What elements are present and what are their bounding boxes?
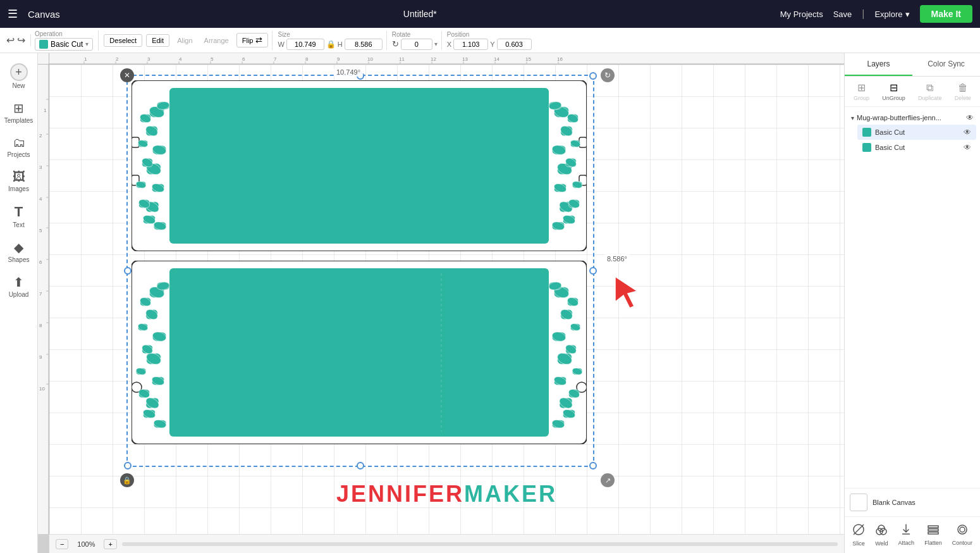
dimension-label-height: 8.586° xyxy=(604,254,630,263)
sidebar-images-label: Images xyxy=(8,185,29,192)
duplicate-label: Duplicate xyxy=(918,95,942,101)
mug-wrap-top[interactable] xyxy=(132,80,587,251)
contour-label: Contour xyxy=(952,540,972,546)
ungroup-button[interactable]: ⊟ UnGroup xyxy=(878,80,909,103)
operation-chevron-icon: ▾ xyxy=(85,40,89,47)
delete-button[interactable]: 🗑 Delete xyxy=(951,81,975,103)
layer-group-header[interactable]: ▾ Mug-wrap-butterflies-jenn... 👁 xyxy=(848,111,976,125)
sidebar-item-upload[interactable]: ⬆ Upload xyxy=(3,270,35,303)
sidebar-templates-label: Templates xyxy=(4,117,34,124)
svg-text:1: 1 xyxy=(44,108,47,113)
svg-text:3: 3 xyxy=(147,56,150,62)
weld-button[interactable]: Weld xyxy=(873,522,890,548)
size-h-input[interactable] xyxy=(345,39,383,50)
position-x-label: X xyxy=(447,40,451,48)
position-y-input[interactable] xyxy=(497,39,532,50)
contour-button[interactable]: Contour xyxy=(950,522,975,548)
flip-button[interactable]: Flip ⇄ xyxy=(236,33,269,47)
sidebar-item-projects[interactable]: 🗂 Projects xyxy=(3,130,35,163)
size-h-label: H xyxy=(338,40,343,48)
selection-lock-button[interactable]: 🔒 xyxy=(120,473,134,487)
group-icon: ⊞ xyxy=(857,82,866,94)
blank-canvas-swatch[interactable] xyxy=(850,494,867,511)
attach-icon xyxy=(900,523,912,538)
rotate-icon: ↻ xyxy=(392,39,399,49)
size-w-label: W xyxy=(278,40,284,48)
flatten-button[interactable]: Flatten xyxy=(922,522,945,548)
selection-scale-button[interactable]: ↗ xyxy=(601,473,615,487)
mug-wrap-bottom[interactable] xyxy=(132,261,587,444)
tab-layers[interactable]: Layers xyxy=(845,53,912,76)
images-icon: 🖼 xyxy=(13,170,25,184)
selection-rotate-button[interactable]: ↻ xyxy=(601,68,615,82)
projects-icon: 🗂 xyxy=(13,135,25,150)
weld-icon xyxy=(875,523,888,539)
rotate-input[interactable] xyxy=(401,39,432,50)
attach-button[interactable]: Attach xyxy=(896,522,917,548)
operation-label: Operation xyxy=(35,30,93,37)
svg-text:3: 3 xyxy=(39,165,42,170)
svg-text:8: 8 xyxy=(39,323,42,328)
slice-button[interactable]: Slice xyxy=(850,522,867,548)
hamburger-icon[interactable]: ☰ xyxy=(8,7,18,21)
layer-item-2[interactable]: Basic Cut 👁 xyxy=(857,140,976,155)
arrange-button[interactable]: Arrange xyxy=(200,35,233,46)
sidebar-item-templates[interactable]: ⊞ Templates xyxy=(3,96,35,129)
svg-text:4: 4 xyxy=(179,56,182,62)
rotate-label: Rotate xyxy=(392,31,438,38)
layer-group: ▾ Mug-wrap-butterflies-jenn... 👁 Basic C… xyxy=(848,111,976,155)
layer-item-1[interactable]: Basic Cut 👁 xyxy=(857,125,976,140)
edit-button[interactable]: Edit xyxy=(146,34,169,47)
zoom-value: 100% xyxy=(73,540,99,548)
operation-color-swatch xyxy=(39,40,48,49)
deselect-button[interactable]: Deselect xyxy=(104,34,142,47)
position-x-input[interactable] xyxy=(453,39,488,50)
svg-text:11: 11 xyxy=(399,56,405,62)
zoom-in-button[interactable]: + xyxy=(104,539,116,549)
selection-close-button[interactable]: ✕ xyxy=(120,68,134,82)
sidebar-item-images[interactable]: 🖼 Images xyxy=(3,165,35,197)
operation-selector[interactable]: Basic Cut ▾ xyxy=(35,38,93,51)
layer-group-expand-icon: ▾ xyxy=(851,115,854,121)
sidebar-item-new[interactable]: + New xyxy=(3,58,35,94)
explore-button[interactable]: Explore ▾ xyxy=(874,9,909,19)
sidebar-projects-label: Projects xyxy=(7,151,30,158)
group-label: Group xyxy=(854,95,869,101)
svg-point-187 xyxy=(958,525,967,534)
layer-1-name: Basic Cut xyxy=(875,128,960,136)
undo-button[interactable]: ↩ xyxy=(6,34,15,46)
tab-color-sync[interactable]: Color Sync xyxy=(912,53,980,76)
svg-point-188 xyxy=(960,527,965,532)
sidebar-new-label: New xyxy=(12,82,25,89)
size-w-input[interactable] xyxy=(286,39,324,50)
my-projects-button[interactable]: My Projects xyxy=(780,9,823,19)
layer-2-visibility-button[interactable]: 👁 xyxy=(964,143,971,152)
zoom-out-button[interactable]: − xyxy=(56,539,68,549)
layer-group-visibility-button[interactable]: 👁 xyxy=(966,113,974,122)
svg-rect-186 xyxy=(928,532,938,534)
group-button[interactable]: ⊞ Group xyxy=(850,80,873,103)
templates-icon: ⊞ xyxy=(13,101,24,116)
position-label: Position xyxy=(447,31,532,38)
flatten-icon xyxy=(927,523,940,538)
align-button[interactable]: Align xyxy=(173,35,196,46)
svg-rect-184 xyxy=(928,526,938,528)
sidebar-shapes-label: Shapes xyxy=(8,256,30,263)
redo-button[interactable]: ↪ xyxy=(17,34,25,46)
delete-label: Delete xyxy=(955,95,971,101)
app-title: Canvas xyxy=(28,9,60,20)
save-button[interactable]: Save xyxy=(833,9,852,19)
contour-icon xyxy=(956,523,969,538)
scroll-bar[interactable] xyxy=(122,542,838,546)
layer-1-visibility-button[interactable]: 👁 xyxy=(964,128,971,137)
size-lock-icon[interactable]: 🔒 xyxy=(326,40,336,49)
sidebar-item-text[interactable]: T Text xyxy=(3,199,35,233)
duplicate-button[interactable]: ⧉ Duplicate xyxy=(914,81,946,103)
svg-rect-117 xyxy=(169,268,549,437)
sidebar-upload-label: Upload xyxy=(9,291,29,298)
svg-text:10: 10 xyxy=(367,56,373,62)
attach-label: Attach xyxy=(898,540,915,546)
sidebar-item-shapes[interactable]: ◆ Shapes xyxy=(3,235,35,268)
make-it-button[interactable]: Make It xyxy=(920,5,972,23)
upload-icon: ⬆ xyxy=(13,275,24,290)
